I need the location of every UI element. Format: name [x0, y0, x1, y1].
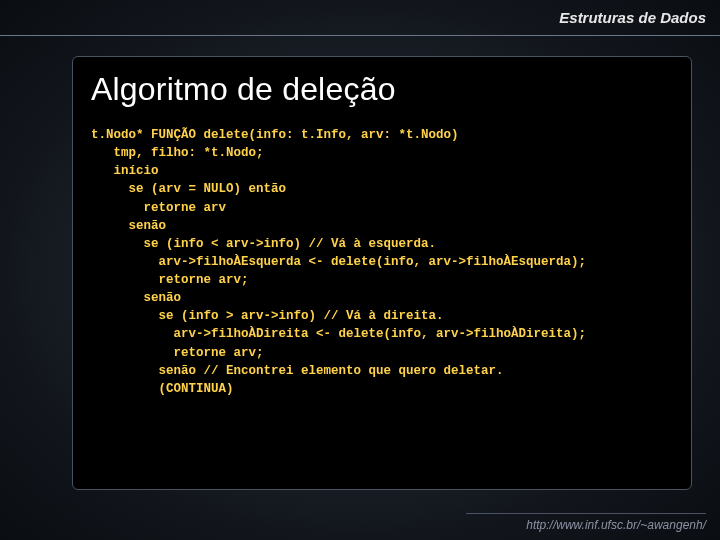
code-line: (CONTINUA) [91, 380, 673, 398]
code-line: retorne arv; [91, 271, 673, 289]
content-panel: Algoritmo de deleção t.Nodo* FUNÇÃO dele… [72, 56, 692, 490]
code-line: retorne arv; [91, 344, 673, 362]
code-block: t.Nodo* FUNÇÃO delete(info: t.Info, arv:… [91, 126, 673, 398]
code-line: senão [91, 289, 673, 307]
code-line: se (arv = NULO) então [91, 180, 673, 198]
course-name: Estruturas de Dados [559, 9, 706, 26]
code-line: arv->filhoÀEsquerda <- delete(info, arv-… [91, 253, 673, 271]
slide: Estruturas de Dados Algoritmo de deleção… [0, 0, 720, 540]
header-bar: Estruturas de Dados [0, 0, 720, 36]
code-line: se (info > arv->info) // Vá à direita. [91, 307, 673, 325]
code-line: início [91, 162, 673, 180]
code-line: arv->filhoÀDireita <- delete(info, arv->… [91, 325, 673, 343]
footer: http://www.inf.ufsc.br/~awangenh/ [466, 513, 706, 532]
code-line: se (info < arv->info) // Vá à esquerda. [91, 235, 673, 253]
code-line: tmp, filho: *t.Nodo; [91, 144, 673, 162]
code-line: senão [91, 217, 673, 235]
code-line: retorne arv [91, 199, 673, 217]
slide-title: Algoritmo de deleção [91, 71, 673, 108]
code-line: senão // Encontrei elemento que quero de… [91, 362, 673, 380]
footer-url: http://www.inf.ufsc.br/~awangenh/ [466, 513, 706, 532]
code-line: t.Nodo* FUNÇÃO delete(info: t.Info, arv:… [91, 126, 673, 144]
